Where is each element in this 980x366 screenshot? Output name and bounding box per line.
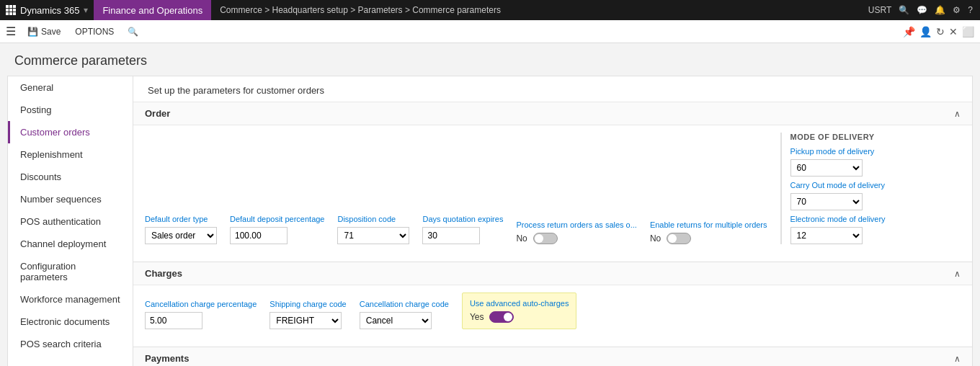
shipping-charge-code-group: Shipping charge code FREIGHT [270,300,346,329]
carryout-mode-label: Carry Out mode of delivery [790,181,886,189]
hamburger-icon[interactable]: ☰ [6,24,16,38]
order-section: Order ∧ Default order type Sales order D… [133,102,972,262]
module-name: Finance and Operations [94,0,211,20]
charges-collapse-icon[interactable]: ∧ [954,269,961,279]
pin-icon[interactable]: 📌 [903,26,915,37]
dynamics-label: Dynamics 365 [20,5,79,16]
enable-returns-value: No [650,233,661,244]
use-advanced-toggle[interactable] [489,311,514,323]
days-quotation-label: Days quotation expires [422,215,503,223]
breadcrumb: Commerce > Headquarters setup > Paramete… [211,5,868,15]
shipping-charge-code-label: Shipping charge code [270,300,346,308]
maximize-icon[interactable]: ⬜ [962,26,974,37]
sidebar-item-general[interactable]: General [8,76,133,99]
process-return-label: Process return orders as sales o... [516,220,637,229]
user-label: USRT [868,5,891,15]
electronic-mode-select[interactable]: 12 [790,227,863,244]
bell-icon[interactable]: 🔔 [935,5,945,15]
save-icon: 💾 [27,27,38,37]
top-bar: Dynamics 365 ▾ Finance and Operations Co… [0,0,980,20]
options-button[interactable]: OPTIONS [72,25,117,38]
close-icon[interactable]: ✕ [949,26,958,37]
use-advanced-group: Use advanced auto-charges Yes [462,293,577,329]
pickup-mode-label: Pickup mode of delivery [790,147,886,156]
charges-fields-row: Cancellation charge percentage Shipping … [145,293,961,329]
days-quotation-input[interactable] [422,227,480,244]
settings-icon[interactable]: ⚙ [953,5,961,15]
charges-section-title: Charges [145,268,182,279]
sidebar-item-posting[interactable]: Posting [8,99,133,121]
order-section-header[interactable]: Order ∧ [133,102,972,125]
sidebar-item-workforce[interactable]: Workforce management [8,288,133,311]
toolbar: ☰ 💾 Save OPTIONS 🔍 📌 👤 ↻ ✕ ⬜ [0,20,980,43]
enable-returns-knob [668,234,677,243]
use-advanced-value: Yes [470,312,484,322]
default-order-type-group: Default order type Sales order [145,215,217,244]
sidebar-item-pos-auth[interactable]: POS authentication [8,210,133,233]
content-area: Set up the parameters for customer order… [133,76,973,366]
cancel-charge-code-select[interactable]: Cancel [360,312,432,329]
user-circle-icon[interactable]: 👤 [919,26,932,37]
enable-returns-toggle[interactable] [667,233,691,244]
electronic-mode-group: Electronic mode of delivery 12 [790,215,886,244]
page-title: Commerce parameters [0,43,980,76]
help-icon[interactable]: ? [968,5,973,15]
search-icon[interactable]: 🔍 [899,5,909,15]
carryout-mode-group: Carry Out mode of delivery 70 [790,181,886,210]
sidebar-item-pos-search[interactable]: POS search criteria [8,333,133,355]
use-advanced-knob [504,313,512,321]
days-quotation-group: Days quotation expires [422,215,503,244]
grid-icon [6,5,16,15]
enable-returns-toggle-field: No [650,233,767,244]
enable-returns-group: Enable returns for multiple orders No [650,220,767,244]
mode-of-delivery-title: MODE OF DELIVERY [790,133,886,141]
order-collapse-icon[interactable]: ∧ [954,109,961,119]
main-layout: General Posting Customer orders Replenis… [0,76,980,366]
payments-section-title: Payments [145,353,189,364]
payments-section-header[interactable]: Payments ∧ [133,347,972,366]
sidebar-item-config-params[interactable]: Configuration parameters [8,255,133,288]
order-section-title: Order [145,108,170,119]
use-advanced-toggle-field: Yes [470,311,569,323]
disposition-code-select[interactable]: 71 [337,227,409,244]
save-button[interactable]: 💾 Save [24,25,63,38]
default-deposit-pct-input[interactable] [230,227,288,244]
default-deposit-pct-label: Default deposit percentage [230,215,324,223]
toolbar-search[interactable]: 🔍 [125,24,140,39]
cancel-charge-code-label: Cancellation charge code [360,300,449,308]
payments-collapse-icon[interactable]: ∧ [954,354,961,364]
sidebar-item-replenishment[interactable]: Replenishment [8,143,133,166]
sidebar-item-electronic-docs[interactable]: Electronic documents [8,311,133,333]
options-label: OPTIONS [75,27,114,37]
process-return-toggle[interactable] [533,233,558,244]
process-return-group: Process return orders as sales o... No [516,220,637,244]
logo-area[interactable]: Dynamics 365 ▾ [0,0,94,20]
default-order-type-select[interactable]: Sales order [145,227,217,244]
cancel-charge-pct-label: Cancellation charge percentage [145,300,257,308]
sidebar-item-channel-deployment[interactable]: Channel deployment [8,233,133,255]
pickup-mode-select[interactable]: 60 [790,159,863,177]
sidebar-item-discounts[interactable]: Discounts [8,166,133,188]
payments-section: Payments ∧ Terms of payment CreditCard M… [133,347,972,366]
carryout-mode-select[interactable]: 70 [790,193,863,210]
process-return-toggle-field: No [516,233,637,244]
process-return-value: No [516,233,527,244]
sidebar-item-number-sequences[interactable]: Number sequences [8,188,133,210]
order-section-body: Default order type Sales order Default d… [133,125,972,262]
disposition-code-label: Disposition code [337,215,409,223]
mode-of-delivery-group: MODE OF DELIVERY Pickup mode of delivery… [780,133,886,244]
charges-section-header[interactable]: Charges ∧ [133,262,972,285]
electronic-mode-label: Electronic mode of delivery [790,215,886,223]
cancel-charge-pct-input[interactable] [145,312,202,329]
save-label: Save [41,27,61,37]
sidebar-item-customer-orders[interactable]: Customer orders [8,121,133,143]
content-header: Set up the parameters for customer order… [133,76,972,102]
chat-icon[interactable]: 💬 [917,5,927,15]
enable-returns-label: Enable returns for multiple orders [650,220,767,229]
top-bar-actions: USRT 🔍 💬 🔔 ⚙ ? [868,5,980,15]
shipping-charge-code-select[interactable]: FREIGHT [270,312,342,329]
refresh-icon[interactable]: ↻ [936,26,945,37]
cancel-charge-pct-group: Cancellation charge percentage [145,300,257,329]
toolbar-right: 📌 👤 ↻ ✕ ⬜ [903,26,974,37]
pickup-mode-group: Pickup mode of delivery 60 [790,147,886,177]
